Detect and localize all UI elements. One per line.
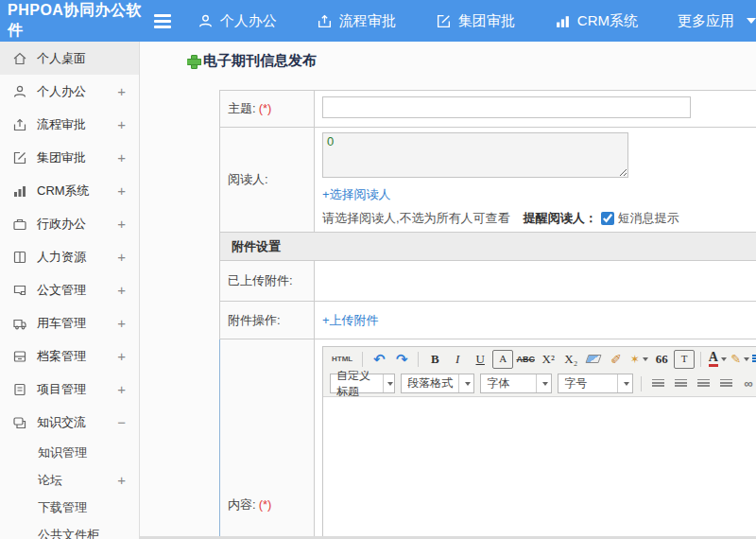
subject-label: 主题:(*)	[220, 91, 315, 127]
sidebar-item-knowledge-exchange[interactable]: 知识交流 −	[0, 406, 139, 439]
sidebar-item-admin-office[interactable]: 行政办公 +	[0, 207, 139, 240]
top-header: PHPOA协同办公软件 个人办公 流程审批 集团审批 CRM系统 更多应用	[0, 0, 756, 42]
home-icon	[12, 51, 27, 66]
expand-icon[interactable]: +	[117, 83, 126, 99]
required-mark: (*)	[259, 101, 272, 115]
sidebar-subitem-public-file-cabinet[interactable]: 公共文件柜	[0, 521, 139, 539]
expand-icon[interactable]: +	[117, 315, 126, 331]
expand-icon[interactable]: +	[117, 249, 126, 265]
subscript-button[interactable]: X₂	[560, 350, 581, 369]
ordered-list-icon	[752, 355, 756, 364]
align-right-icon	[697, 379, 710, 389]
sidebar: 个人桌面 个人办公 + 流程审批 + 集团审批 + CRM系统 + 行政办公 +…	[0, 42, 140, 539]
nav-crm-system[interactable]: CRM系统	[555, 12, 638, 30]
expand-icon[interactable]: +	[117, 282, 126, 298]
nav-label: 更多应用	[678, 12, 734, 30]
expand-icon[interactable]: +	[117, 348, 126, 364]
select-readers-link[interactable]: +选择阅读人	[322, 186, 391, 203]
expand-icon[interactable]: +	[117, 381, 126, 397]
superscript-button[interactable]: X²	[538, 350, 558, 369]
caret-down-icon	[542, 382, 548, 386]
sidebar-item-personal-office[interactable]: 个人办公 +	[0, 75, 139, 108]
nav-label: 集团审批	[458, 12, 515, 30]
nav-more-apps[interactable]: 更多应用	[678, 12, 756, 30]
nav-label: 流程审批	[339, 12, 396, 30]
sidebar-item-crm-system[interactable]: CRM系统 +	[0, 174, 139, 207]
editor-toolbar-row1: HTML ↶ ↷ B I U A ABC X² X₂ ✐	[323, 347, 756, 371]
sidebar-subitem-download-management[interactable]: 下载管理	[0, 494, 139, 521]
chart-icon	[12, 183, 27, 199]
sidebar-item-workflow-approval[interactable]: 流程审批 +	[0, 108, 139, 141]
collapse-icon[interactable]: −	[117, 414, 126, 430]
undo-button[interactable]: ↶	[369, 350, 389, 369]
nav-group-approval[interactable]: 集团审批	[436, 12, 515, 30]
user-icon	[198, 13, 214, 29]
blockquote-button[interactable]: 66	[651, 350, 672, 369]
expand-icon[interactable]: +	[117, 149, 126, 165]
sidebar-item-project-management[interactable]: 项目管理 +	[0, 373, 139, 406]
share-icon	[12, 117, 27, 132]
font-size-select[interactable]: 字号	[558, 374, 633, 393]
main-content: 电子期刊信息发布 主题:(*) 阅读人: 0 +选择阅读人 请选择阅读人,	[140, 42, 756, 539]
font-color-icon: A	[709, 351, 718, 367]
quick-format-button[interactable]: ✶	[628, 350, 649, 369]
caret-down-icon	[387, 382, 393, 386]
sidebar-item-archive-management[interactable]: 档案管理 +	[0, 339, 139, 373]
highlight-color-button[interactable]: ✎	[730, 350, 750, 369]
underline-button[interactable]: U	[470, 350, 490, 369]
content-label: 内容:(*)	[220, 339, 315, 539]
align-justify-button[interactable]	[715, 374, 736, 393]
sms-remind-label: 短消息提示	[618, 210, 679, 227]
project-icon	[12, 382, 27, 397]
chat-icon	[12, 415, 27, 430]
readers-textarea[interactable]: 0	[322, 132, 628, 178]
italic-button[interactable]: I	[447, 350, 468, 369]
remove-format-button[interactable]	[583, 350, 604, 369]
link-icon: ∞	[744, 376, 752, 391]
format-brush-button[interactable]: ✐	[606, 350, 627, 369]
sidebar-item-human-resources[interactable]: 人力资源 +	[0, 240, 139, 273]
subject-input[interactable]	[322, 96, 691, 118]
source-code-button[interactable]: HTML	[328, 350, 356, 369]
sidebar-item-personal-desktop[interactable]: 个人桌面	[0, 42, 139, 75]
publish-form: 主题:(*) 阅读人: 0 +选择阅读人 请选择阅读人,不选为所有人可查看 提醒…	[219, 90, 756, 539]
upload-attachment-link[interactable]: +上传附件	[322, 312, 379, 329]
caret-down-icon	[747, 18, 756, 24]
sidebar-subitem-knowledge-management[interactable]: 知识管理	[0, 439, 139, 466]
insert-link-button[interactable]: ∞	[738, 374, 756, 393]
expand-icon[interactable]: +	[117, 183, 126, 199]
caret-down-icon	[624, 382, 629, 386]
bold-button[interactable]: B	[424, 350, 445, 369]
font-family-select[interactable]: 字体	[480, 374, 552, 393]
briefcase-icon	[12, 217, 27, 232]
font-style-button[interactable]: A	[492, 350, 513, 369]
template-button[interactable]: T	[674, 350, 695, 369]
font-color-button[interactable]: A	[707, 350, 728, 369]
align-left-button[interactable]	[647, 374, 668, 393]
paragraph-format-select[interactable]: 段落格式	[401, 374, 474, 393]
add-plus-icon	[187, 55, 200, 68]
ordered-list-button[interactable]	[752, 350, 756, 369]
redo-button[interactable]: ↷	[391, 350, 412, 369]
top-navigation: 个人办公 流程审批 集团审批 CRM系统 更多应用	[198, 12, 756, 30]
expand-icon[interactable]: +	[117, 116, 126, 132]
expand-icon[interactable]: +	[117, 472, 126, 488]
sidebar-subitem-forum[interactable]: 论坛 +	[0, 466, 139, 494]
nav-personal-office[interactable]: 个人办公	[198, 12, 277, 30]
menu-toggle-icon[interactable]	[154, 14, 171, 28]
page-title: 电子期刊信息发布	[187, 52, 317, 70]
sidebar-item-document-management[interactable]: 公文管理 +	[0, 273, 139, 306]
strikethrough-button[interactable]: ABC	[515, 350, 536, 369]
nav-workflow-approval[interactable]: 流程审批	[317, 12, 396, 30]
sidebar-item-group-approval[interactable]: 集团审批 +	[0, 141, 139, 174]
align-center-button[interactable]	[670, 374, 691, 393]
align-right-button[interactable]	[693, 374, 713, 393]
expand-icon[interactable]: +	[117, 216, 126, 232]
editor-content-area[interactable]	[323, 396, 756, 539]
sidebar-item-vehicle-management[interactable]: 用车管理 +	[0, 306, 139, 339]
book-icon	[12, 250, 27, 265]
sms-remind-checkbox[interactable]	[601, 212, 614, 225]
highlighter-pen-icon: ✎	[730, 352, 741, 366]
heading-select[interactable]: 自定义标题	[330, 374, 395, 393]
app-logo: PHPOA协同办公软件	[0, 1, 154, 41]
